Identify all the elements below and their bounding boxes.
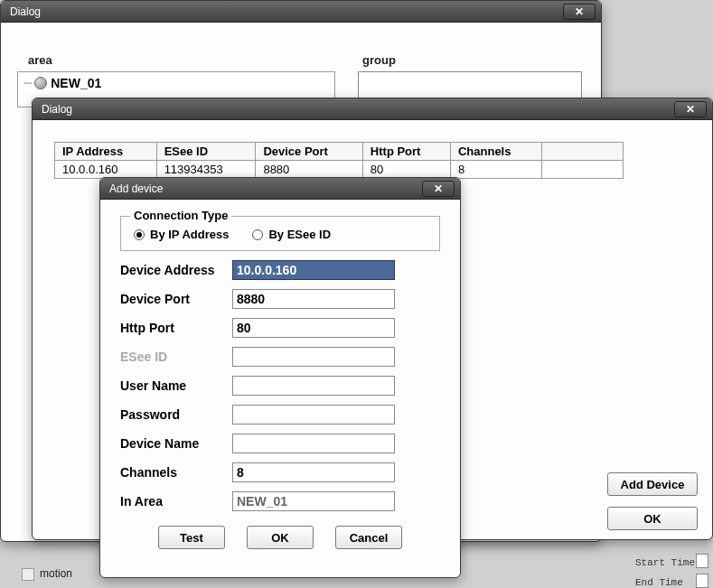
label-user-name: User Name	[120, 378, 232, 393]
tree-item-label: NEW_01	[51, 76, 101, 90]
cell-ip: 10.0.0.160	[55, 161, 157, 179]
close-icon[interactable]: ✕	[563, 4, 596, 20]
table-row[interactable]: 10.0.0.160 113934353 8880 80 8	[55, 161, 624, 179]
ok-button[interactable]: OK	[607, 507, 698, 530]
start-time-field[interactable]	[696, 554, 708, 568]
col-channels[interactable]: Channels	[450, 143, 541, 161]
user-name-input[interactable]	[232, 376, 395, 396]
tree-item-new01[interactable]: ···· NEW_01	[23, 76, 329, 90]
motion-label: motion	[40, 567, 72, 580]
col-devport[interactable]: Device Port	[256, 143, 362, 161]
col-ip[interactable]: IP Address	[55, 143, 157, 161]
radio-by-ip[interactable]: By IP Address	[134, 228, 229, 241]
in-area-input[interactable]	[232, 491, 395, 511]
connection-type-group: Connection Type By IP Address By ESee ID	[120, 216, 440, 251]
http-port-input[interactable]	[232, 318, 395, 338]
col-httpport[interactable]: Http Port	[362, 143, 450, 161]
cell-esee: 113934353	[156, 161, 256, 179]
col-esee[interactable]: ESee ID	[156, 143, 256, 161]
end-time-field[interactable]	[696, 574, 708, 588]
area-label: area	[28, 53, 52, 67]
group-label: group	[362, 53, 396, 67]
test-button[interactable]: Test	[158, 526, 225, 549]
label-http-port: Http Port	[120, 321, 232, 335]
radio-icon	[252, 229, 263, 240]
add-device-button[interactable]: Add Device	[607, 472, 698, 496]
device-table[interactable]: IP Address ESee ID Device Port Http Port…	[54, 142, 624, 179]
connection-type-legend: Connection Type	[130, 209, 231, 222]
motion-color-swatch	[22, 568, 34, 581]
radio-icon	[134, 229, 145, 240]
label-device-name: Device Name	[120, 436, 232, 451]
close-icon[interactable]: ✕	[422, 181, 455, 197]
close-icon[interactable]: ✕	[674, 101, 707, 117]
channels-input[interactable]	[232, 462, 395, 482]
cancel-button[interactable]: Cancel	[335, 526, 402, 549]
dialog-add-device: Add device ✕ Connection Type By IP Addre…	[99, 177, 461, 578]
table-header-row: IP Address ESee ID Device Port Http Port…	[55, 143, 624, 161]
password-input[interactable]	[232, 405, 395, 425]
cell-httpport: 80	[362, 161, 450, 179]
radio-by-esee[interactable]: By ESee ID	[252, 228, 331, 241]
cell-channels: 8	[450, 161, 541, 179]
tree-connector: ····	[23, 78, 31, 89]
dialog-device-list-titlebar: Dialog ✕	[33, 98, 712, 120]
label-password: Password	[120, 407, 232, 422]
dialog-add-device-titlebar: Add device ✕	[100, 178, 460, 200]
cell-devport: 8880	[256, 161, 362, 179]
ok-button[interactable]: OK	[247, 526, 314, 549]
label-device-port: Device Port	[120, 292, 232, 306]
device-name-input[interactable]	[232, 434, 395, 453]
dialog-area-group-titlebar: Dialog ✕	[1, 1, 601, 23]
dialog-add-device-title: Add device	[106, 182, 422, 195]
device-address-input[interactable]	[232, 260, 395, 280]
label-channels: Channels	[120, 465, 232, 480]
label-in-area: In Area	[120, 494, 232, 509]
start-time-label: Start Time	[635, 557, 695, 568]
col-spacer	[542, 143, 624, 161]
label-device-address: Device Address	[120, 263, 232, 277]
device-port-input[interactable]	[232, 289, 395, 309]
dialog-device-list-title: Dialog	[38, 103, 674, 116]
label-esee-id: ESee ID	[120, 350, 232, 364]
end-time-label: End Time	[635, 577, 683, 588]
dialog-area-group-title: Dialog	[6, 5, 563, 18]
esee-id-input	[232, 347, 395, 367]
globe-icon	[34, 77, 47, 89]
